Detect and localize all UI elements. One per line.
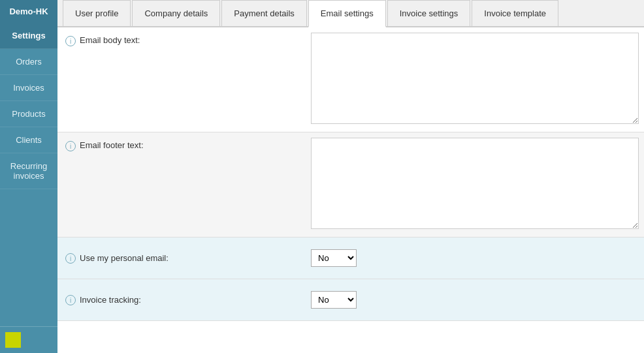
invoice-tracking-label-text: Invoice tracking: — [80, 295, 141, 305]
email-footer-row: i Email footer text: — [57, 132, 644, 238]
use-personal-email-info-icon[interactable]: i — [65, 253, 76, 264]
tab-company-details[interactable]: Company details — [132, 0, 220, 26]
email-footer-info-icon[interactable]: i — [65, 141, 76, 151]
email-footer-label-text: Email footer text: — [80, 140, 144, 150]
use-personal-email-row: i Use my personal email: No Yes — [57, 238, 644, 279]
sidebar-header: Demo-HK — [0, 0, 57, 23]
invoice-tracking-control: No Yes — [306, 286, 644, 314]
invoice-tracking-label-cell: i Invoice tracking: — [57, 286, 306, 313]
email-body-row: i Email body text: — [57, 27, 644, 132]
sidebar-item-invoices[interactable]: Invoices — [0, 75, 57, 101]
form-content: i Email body text: i Email footer text: — [57, 27, 644, 353]
email-footer-label-cell: i Email footer text: — [57, 132, 306, 237]
main-content: User profile Company details Payment det… — [57, 0, 644, 353]
email-body-textarea[interactable] — [311, 33, 639, 124]
tab-user-profile[interactable]: User profile — [63, 0, 131, 26]
use-personal-email-label-cell: i Use my personal email: — [57, 245, 306, 271]
email-body-control — [306, 27, 644, 132]
use-personal-email-control: No Yes — [306, 244, 644, 272]
sidebar-item-products[interactable]: Products — [0, 101, 57, 127]
sidebar-bottom — [0, 326, 57, 353]
email-body-label-text: Email body text: — [80, 35, 140, 45]
sidebar-item-settings[interactable]: Settings — [0, 23, 57, 49]
tab-email-settings[interactable]: Email settings — [308, 0, 386, 27]
use-personal-email-label-text: Use my personal email: — [80, 253, 169, 263]
sidebar-item-recurring-invoices[interactable]: Recurring invoices — [0, 153, 57, 189]
email-footer-textarea[interactable] — [311, 138, 639, 229]
sidebar-item-clients[interactable]: Clients — [0, 127, 57, 153]
bottom-icon — [5, 332, 21, 348]
tab-invoice-settings[interactable]: Invoice settings — [387, 0, 471, 26]
tab-payment-details[interactable]: Payment details — [221, 0, 307, 26]
sidebar: Demo-HK Settings Orders Invoices Product… — [0, 0, 57, 353]
invoice-tracking-info-icon[interactable]: i — [65, 295, 76, 305]
email-body-label-cell: i Email body text: — [57, 27, 306, 132]
invoice-tracking-row: i Invoice tracking: No Yes — [57, 279, 644, 321]
email-body-info-icon[interactable]: i — [65, 36, 76, 46]
use-personal-email-select[interactable]: No Yes — [311, 249, 357, 267]
invoice-tracking-select[interactable]: No Yes — [311, 291, 357, 309]
sidebar-item-orders[interactable]: Orders — [0, 49, 57, 75]
tab-invoice-template[interactable]: Invoice template — [472, 0, 558, 26]
tabs-bar: User profile Company details Payment det… — [57, 0, 644, 27]
email-footer-control — [306, 132, 644, 237]
